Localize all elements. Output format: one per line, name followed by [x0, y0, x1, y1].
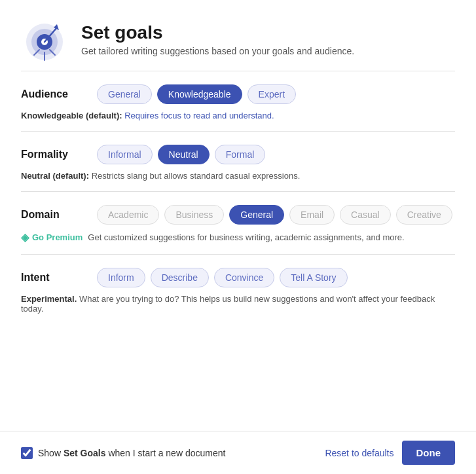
audience-chips: General Knowledgeable Expert	[97, 84, 296, 104]
footer-label-prefix: Show	[38, 448, 64, 458]
reset-to-defaults-button[interactable]: Reset to defaults	[325, 448, 394, 458]
intent-inner: Intent Inform Describe Convince Tell A S…	[21, 268, 455, 314]
domain-premium-row: ◈ Go Premium Get customized suggestions …	[21, 231, 455, 244]
formality-row: Formality Informal Neutral Formal	[21, 145, 455, 164]
premium-desc: Get customized suggestions for business …	[88, 232, 404, 242]
premium-label: Go Premium	[32, 232, 82, 242]
intent-desc: Experimental. What are you trying to do?…	[21, 294, 455, 314]
audience-desc: Knowledgeable (default): Requires focus …	[21, 111, 455, 120]
audience-desc-text: Requires focus to read and understand.	[124, 111, 274, 120]
audience-expert-chip[interactable]: Expert	[247, 84, 296, 104]
formality-informal-chip[interactable]: Informal	[97, 145, 153, 164]
domain-inner: Domain Academic Business General Email C…	[21, 205, 455, 244]
intent-chips: Inform Describe Convince Tell A Story	[97, 268, 348, 287]
formality-desc-text: Restricts slang but allows standard casu…	[92, 171, 301, 181]
domain-general-chip[interactable]: General	[229, 205, 284, 225]
done-button[interactable]: Done	[402, 441, 456, 465]
main-container: Set goals Get tailored writing suggestio…	[0, 0, 476, 324]
page-title: Set goals	[81, 22, 354, 43]
formality-desc: Neutral (default): Restricts slang but a…	[21, 171, 455, 181]
go-premium-badge[interactable]: ◈ Go Premium	[21, 231, 82, 244]
intent-desc-experimental: Experimental.	[21, 294, 77, 304]
target-icon	[21, 16, 68, 63]
footer-label-suffix: when I start a new document	[106, 448, 226, 458]
audience-label: Audience	[21, 88, 86, 100]
formality-desc-strong: Neutral (default):	[21, 171, 89, 181]
domain-business-chip[interactable]: Business	[164, 205, 224, 225]
intent-describe-chip[interactable]: Describe	[151, 268, 209, 287]
diamond-icon: ◈	[21, 231, 29, 244]
footer-checkbox-label[interactable]: Show Set Goals when I start a new docume…	[38, 448, 225, 458]
page-subtitle: Get tailored writing suggestions based o…	[81, 46, 354, 56]
intent-label: Intent	[21, 272, 86, 283]
formality-inner: Formality Informal Neutral Formal Neutra…	[21, 145, 455, 181]
formality-label: Formality	[21, 149, 86, 160]
domain-email-chip[interactable]: Email	[289, 205, 335, 225]
audience-section: Audience General Knowledgeable Expert Kn…	[21, 71, 455, 132]
domain-label: Domain	[21, 209, 86, 221]
domain-row: Domain Academic Business General Email C…	[21, 205, 455, 225]
domain-academic-chip[interactable]: Academic	[97, 205, 159, 225]
formality-section: Formality Informal Neutral Formal Neutra…	[21, 132, 455, 192]
intent-row: Intent Inform Describe Convince Tell A S…	[21, 268, 455, 287]
show-goals-checkbox-wrapper[interactable]: Show Set Goals when I start a new docume…	[21, 447, 225, 459]
footer-left: Show Set Goals when I start a new docume…	[21, 447, 225, 459]
header: Set goals Get tailored writing suggestio…	[21, 16, 455, 63]
domain-casual-chip[interactable]: Casual	[340, 205, 391, 225]
footer-label-strong: Set Goals	[64, 448, 106, 458]
formality-neutral-chip[interactable]: Neutral	[158, 145, 210, 164]
formality-formal-chip[interactable]: Formal	[215, 145, 266, 164]
audience-row: Audience General Knowledgeable Expert	[21, 84, 455, 104]
intent-convince-chip[interactable]: Convince	[214, 268, 274, 287]
intent-desc-text: What are you trying to do? This helps us…	[21, 294, 435, 314]
formality-chips: Informal Neutral Formal	[97, 145, 265, 164]
audience-knowledgeable-chip[interactable]: Knowledgeable	[157, 84, 242, 104]
domain-chips: Academic Business General Email Casual C…	[97, 205, 452, 225]
header-text: Set goals Get tailored writing suggestio…	[81, 22, 354, 56]
audience-general-chip[interactable]: General	[97, 84, 152, 104]
audience-inner: Audience General Knowledgeable Expert Kn…	[21, 84, 455, 120]
footer-right: Reset to defaults Done	[325, 441, 455, 465]
show-goals-checkbox[interactable]	[21, 447, 33, 459]
intent-tell-a-story-chip[interactable]: Tell A Story	[280, 268, 347, 287]
domain-creative-chip[interactable]: Creative	[396, 205, 452, 225]
audience-desc-strong: Knowledgeable (default):	[21, 111, 122, 120]
intent-section: Intent Inform Describe Convince Tell A S…	[21, 255, 455, 324]
domain-section: Domain Academic Business General Email C…	[21, 192, 455, 255]
intent-inform-chip[interactable]: Inform	[97, 268, 145, 287]
footer: Show Set Goals when I start a new docume…	[0, 431, 476, 474]
